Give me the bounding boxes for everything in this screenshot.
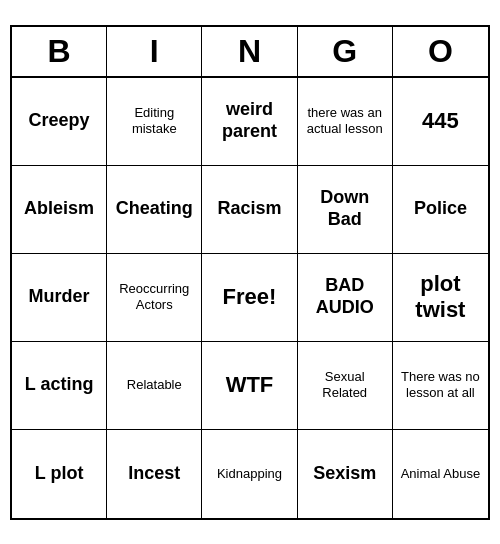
bingo-cell-22: Kidnapping [202,430,297,518]
bingo-cell-13: BAD AUDIO [298,254,393,342]
header-letter-b: B [12,27,107,76]
bingo-cell-12: Free! [202,254,297,342]
bingo-cell-20: L plot [12,430,107,518]
bingo-cell-24: Animal Abuse [393,430,488,518]
bingo-grid: CreepyEditing mistakeweird parentthere w… [12,78,488,518]
bingo-cell-11: Reoccurring Actors [107,254,202,342]
header-letter-i: I [107,27,202,76]
bingo-header: BINGO [12,27,488,78]
header-letter-o: O [393,27,488,76]
bingo-cell-15: L acting [12,342,107,430]
bingo-cell-3: there was an actual lesson [298,78,393,166]
header-letter-g: G [298,27,393,76]
bingo-cell-23: Sexism [298,430,393,518]
bingo-cell-16: Relatable [107,342,202,430]
bingo-cell-8: Down Bad [298,166,393,254]
bingo-card: BINGO CreepyEditing mistakeweird parentt… [10,25,490,520]
bingo-cell-14: plot twist [393,254,488,342]
bingo-cell-19: There was no lesson at all [393,342,488,430]
bingo-cell-17: WTF [202,342,297,430]
bingo-cell-4: 445 [393,78,488,166]
bingo-cell-9: Police [393,166,488,254]
bingo-cell-10: Murder [12,254,107,342]
bingo-cell-7: Racism [202,166,297,254]
bingo-cell-2: weird parent [202,78,297,166]
bingo-cell-21: Incest [107,430,202,518]
bingo-cell-1: Editing mistake [107,78,202,166]
bingo-cell-5: Ableism [12,166,107,254]
bingo-cell-0: Creepy [12,78,107,166]
header-letter-n: N [202,27,297,76]
bingo-cell-18: Sexual Related [298,342,393,430]
bingo-cell-6: Cheating [107,166,202,254]
